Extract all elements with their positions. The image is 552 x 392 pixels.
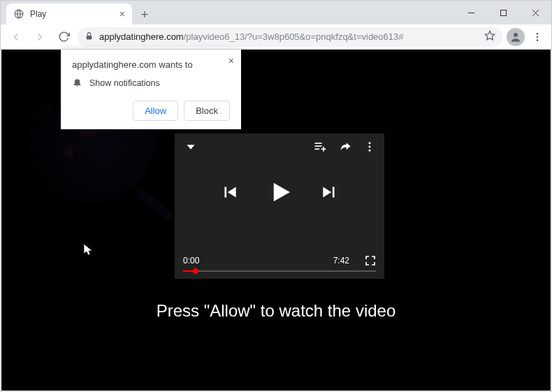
browser-window: Play × + [0, 0, 552, 392]
player-top-bar [175, 133, 384, 160]
svg-marker-22 [274, 183, 290, 202]
progress-played [183, 270, 193, 272]
chevron-down-icon[interactable] [183, 139, 198, 154]
svg-rect-5 [87, 35, 92, 38]
svg-rect-24 [333, 187, 335, 197]
svg-rect-2 [500, 10, 506, 15]
globe-icon [13, 8, 24, 20]
notification-permission-dialog: × applydatinghere.com wants to Show noti… [61, 50, 241, 129]
url-path: /playvideo6_13/?u=3w8p605&o=pnqkfzq&t=vi… [184, 31, 404, 42]
duration-time: 7:42 [333, 256, 349, 266]
reload-button[interactable] [54, 27, 73, 47]
svg-point-8 [537, 33, 539, 35]
progress-bar[interactable] [183, 270, 376, 272]
watermark-graphic [136, 187, 175, 222]
dialog-close-icon[interactable]: × [228, 55, 234, 66]
address-bar[interactable]: applydatinghere.com/playvideo6_13/?u=3w8… [78, 27, 502, 47]
browser-menu-button[interactable] [529, 31, 546, 43]
player-bottom-bar: 0:00 7:42 [183, 255, 376, 272]
svg-rect-16 [321, 149, 326, 150]
svg-rect-20 [224, 187, 226, 197]
new-tab-button[interactable]: + [135, 5, 154, 24]
allow-button[interactable]: Allow [133, 101, 178, 121]
bookmark-star-icon[interactable] [484, 30, 495, 44]
forward-button[interactable] [30, 27, 50, 47]
svg-rect-12 [315, 143, 322, 144]
share-icon[interactable] [338, 140, 352, 154]
svg-marker-25 [84, 244, 92, 255]
playlist-add-icon[interactable] [313, 140, 327, 154]
window-controls [455, 1, 551, 24]
svg-point-17 [369, 142, 371, 144]
fullscreen-icon[interactable] [365, 255, 376, 266]
cursor-icon [84, 244, 94, 259]
lock-icon [85, 31, 94, 43]
svg-rect-14 [315, 149, 320, 150]
url-domain: applydatinghere.com [99, 31, 184, 42]
svg-point-9 [537, 36, 539, 38]
tab-strip: Play × + [1, 1, 551, 24]
url-text: applydatinghere.com/playvideo6_13/?u=3w8… [99, 31, 404, 42]
maximize-button[interactable] [487, 1, 519, 24]
bell-icon [72, 77, 82, 89]
tab-title: Play [30, 9, 114, 19]
svg-marker-6 [485, 31, 494, 40]
progress-thumb[interactable] [193, 268, 198, 274]
svg-point-7 [514, 33, 518, 37]
next-track-icon[interactable] [320, 183, 338, 201]
back-button[interactable] [6, 27, 26, 47]
dialog-origin-text: applydatinghere.com wants to [72, 59, 230, 70]
dialog-permission-text: Show notifications [89, 78, 160, 88]
profile-avatar[interactable] [507, 28, 525, 46]
previous-track-icon[interactable] [221, 183, 239, 201]
current-time: 0:00 [183, 256, 199, 266]
page-message: Press "Allow" to watch the video [1, 301, 551, 321]
more-vert-icon[interactable] [363, 140, 376, 153]
svg-point-10 [537, 39, 539, 41]
svg-marker-21 [228, 187, 236, 197]
play-icon[interactable] [266, 178, 293, 206]
svg-point-19 [369, 150, 371, 152]
browser-toolbar: applydatinghere.com/playvideo6_13/?u=3w8… [1, 24, 551, 50]
tab-close-icon[interactable]: × [119, 8, 125, 20]
svg-point-18 [369, 146, 371, 148]
minimize-button[interactable] [455, 1, 487, 24]
browser-tab[interactable]: Play × [6, 3, 132, 24]
block-button[interactable]: Block [184, 101, 230, 121]
svg-marker-23 [323, 187, 331, 197]
player-controls [175, 178, 384, 206]
svg-rect-13 [315, 145, 322, 147]
video-player[interactable]: 0:00 7:42 [175, 133, 384, 279]
svg-marker-11 [187, 145, 195, 149]
close-window-button[interactable] [519, 1, 551, 24]
